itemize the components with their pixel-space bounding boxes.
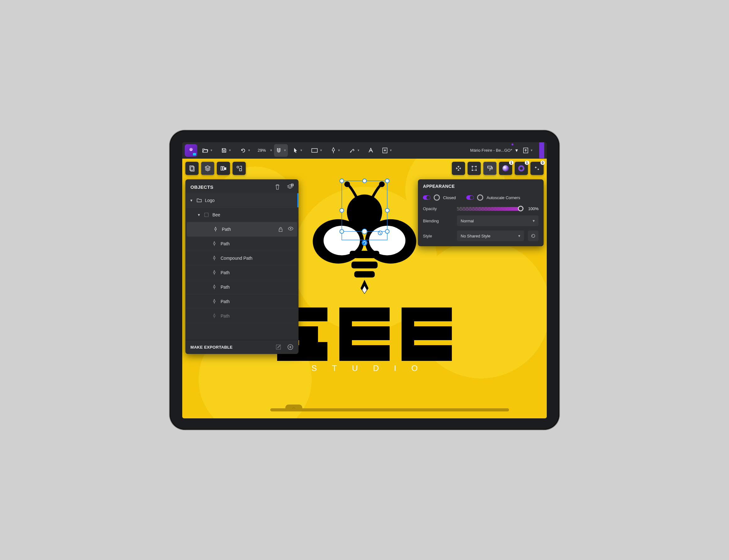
paint-roller-icon xyxy=(487,165,493,171)
shape-tool[interactable]: ▾ xyxy=(308,144,325,157)
libraries-panel-button[interactable] xyxy=(217,162,230,175)
symbols-panel-button[interactable] xyxy=(232,162,246,175)
style-row: Style No Shared Style ▼ xyxy=(423,231,539,241)
pages-panel-button[interactable] xyxy=(185,162,198,175)
pen-icon xyxy=(214,227,219,232)
svg-rect-30 xyxy=(224,167,226,170)
magnet-icon xyxy=(276,147,281,154)
blending-value: Normal xyxy=(461,219,474,223)
pen-icon xyxy=(212,299,217,304)
chevron-down-icon: ▾ xyxy=(390,148,392,152)
layers-icon xyxy=(204,165,211,171)
zoom-control[interactable]: 29% ▾ xyxy=(255,144,273,157)
library-icon xyxy=(220,165,226,171)
fill-panel-button[interactable]: 1 xyxy=(499,162,512,175)
disclosure-triangle-icon[interactable]: ▼ xyxy=(197,213,201,217)
toggle-label: Autoscale Corners xyxy=(487,195,520,200)
letter-e-2 xyxy=(402,307,452,361)
rectangle-icon xyxy=(311,148,318,153)
import-tool[interactable]: ▾ xyxy=(378,144,396,157)
tree-row-path-selected[interactable]: Path xyxy=(187,222,297,237)
pen-tool[interactable]: ▾ xyxy=(327,144,344,157)
blending-select[interactable]: Normal ▼ xyxy=(457,215,539,226)
tree-label: Path xyxy=(220,285,230,290)
save-button[interactable]: ▾ xyxy=(217,144,235,157)
objects-panel-button[interactable] xyxy=(201,162,214,175)
svg-rect-32 xyxy=(239,169,242,171)
export-icon xyxy=(523,148,528,153)
svg-point-18 xyxy=(340,209,344,213)
add-layer-icon[interactable] xyxy=(286,184,293,190)
export-tool[interactable]: ▾ xyxy=(519,144,537,157)
tree-row-compound-path[interactable]: Compound Path xyxy=(185,251,298,265)
open-file-button[interactable]: ▾ xyxy=(198,144,216,157)
bee-wordmark xyxy=(277,307,452,361)
opacity-slider[interactable] xyxy=(457,207,521,211)
bottom-dock-handle[interactable]: ︿ xyxy=(270,408,509,411)
tree-row-path[interactable]: Path xyxy=(185,237,298,251)
bee-artwork[interactable] xyxy=(311,177,418,297)
objects-panel-title: OBJECTS xyxy=(190,184,213,190)
tree-row-path[interactable]: Path xyxy=(185,309,298,323)
pointer-tool[interactable]: ▾ xyxy=(289,144,307,157)
stroke-panel-button[interactable]: 1 xyxy=(515,162,528,175)
style-value: No Shared Style xyxy=(461,234,491,238)
tree-row-path[interactable]: Path xyxy=(185,294,298,309)
delete-icon[interactable] xyxy=(275,184,280,190)
lock-icon[interactable] xyxy=(278,227,283,232)
app-menu-icon[interactable] xyxy=(185,144,197,157)
tree-label: Path xyxy=(222,227,231,232)
tree-label: Bee xyxy=(212,212,220,217)
objects-tree: ▼ Logo ▼ Bee xyxy=(185,193,298,340)
svg-rect-41 xyxy=(279,229,282,231)
slice-icon[interactable] xyxy=(275,344,281,350)
appearance-panel-title: APPEARANCE xyxy=(423,184,539,189)
arrange-panel-button[interactable] xyxy=(452,162,465,175)
stroke-swatch-icon xyxy=(518,165,525,171)
document-title[interactable]: Mário Freire - Be...GO* ▾ xyxy=(467,144,518,157)
autoscale-toggle[interactable]: Autoscale Corners xyxy=(466,194,520,201)
pen-icon xyxy=(212,270,217,275)
undo-button[interactable]: ▾ xyxy=(236,144,254,157)
pen-icon xyxy=(212,285,217,290)
tree-row-logo[interactable]: ▼ Logo xyxy=(185,193,298,208)
slider-knob-icon[interactable] xyxy=(518,206,524,211)
objects-panel-footer: MAKE EXPORTABLE xyxy=(185,340,298,354)
svg-point-34 xyxy=(472,166,473,167)
snap-toggle[interactable]: ▾ xyxy=(274,144,288,157)
tree-row-bee[interactable]: ▼ Bee xyxy=(185,208,298,222)
style-select[interactable]: No Shared Style ▼ xyxy=(457,231,524,241)
transform-panel-button[interactable] xyxy=(468,162,481,175)
right-quickbar: 1 1 0 xyxy=(452,162,544,175)
selection-marker xyxy=(297,193,298,207)
chevron-down-icon: ▾ xyxy=(300,148,302,152)
transform-icon xyxy=(471,165,477,171)
pages-icon xyxy=(189,165,195,171)
effects-panel-button[interactable]: 0 xyxy=(531,162,544,175)
objects-panel: OBJECTS ▼ Logo xyxy=(185,179,298,354)
closed-toggle[interactable]: Closed xyxy=(423,194,456,201)
knife-icon xyxy=(349,148,355,153)
knife-tool[interactable]: ▾ xyxy=(345,144,363,157)
dock-grabber[interactable]: ︿ xyxy=(285,405,302,411)
style-refresh-button[interactable] xyxy=(528,231,539,241)
switch-icon xyxy=(466,195,474,200)
tree-row-path[interactable]: Path xyxy=(185,265,298,280)
pen-icon xyxy=(331,147,335,154)
svg-point-23 xyxy=(362,240,367,246)
appearance-panel-button[interactable] xyxy=(483,162,497,175)
disclosure-triangle-icon[interactable]: ▼ xyxy=(189,198,193,202)
visibility-icon[interactable] xyxy=(288,227,293,232)
folder-icon xyxy=(197,198,202,203)
add-icon[interactable] xyxy=(287,344,293,350)
svg-rect-11 xyxy=(351,262,378,269)
svg-point-17 xyxy=(385,179,389,183)
text-tool[interactable] xyxy=(364,144,377,157)
svg-point-21 xyxy=(362,229,367,234)
chevron-down-icon: ▾ xyxy=(248,148,250,152)
make-exportable-label[interactable]: MAKE EXPORTABLE xyxy=(190,345,232,350)
right-edge-handle[interactable] xyxy=(539,142,544,158)
tree-row-path[interactable]: Path xyxy=(185,280,298,294)
tree-label: Path xyxy=(220,313,230,318)
text-icon xyxy=(368,148,374,153)
